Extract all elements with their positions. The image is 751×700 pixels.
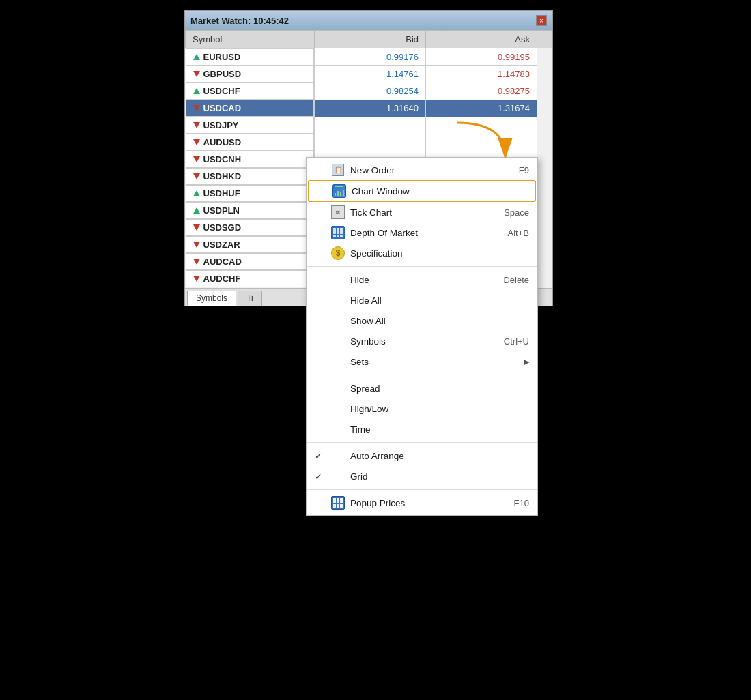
symbol-name: USDCAD (203, 103, 242, 113)
symbol-name: AUDCAD (203, 257, 242, 267)
menu-item-popup-prices[interactable]: Popup Prices F10 (307, 493, 537, 513)
bid-header: Bid (315, 31, 426, 48)
symbol-name: USDPLN (203, 205, 240, 216)
menu-label: Grid (350, 471, 368, 482)
arrow-down-icon (193, 156, 200, 162)
arrow-down-icon (193, 105, 200, 111)
menu-item-hide-all[interactable]: Hide All (307, 290, 537, 310)
symbol-cell[interactable]: EURUSD (186, 48, 315, 65)
symbol-cell[interactable]: USDSGD (186, 219, 315, 236)
symbol-cell[interactable]: USDCHF (186, 83, 315, 100)
symbol-cell[interactable]: USDCNH (186, 151, 315, 168)
arrow-down-icon (193, 173, 200, 179)
empty-icon (331, 449, 345, 463)
arrow-up-icon (193, 54, 200, 60)
shortcut-label: F10 (514, 498, 529, 508)
menu-item-specification[interactable]: $ Specification (307, 243, 537, 263)
scrollbar[interactable] (537, 31, 552, 48)
symbol-name: USDHKD (203, 171, 242, 181)
menu-item-depth-of-market[interactable]: Depth Of Market Alt+B (307, 222, 537, 243)
tab-symbols[interactable]: Symbols (187, 291, 236, 306)
title-bar: Market Watch: 10:45:42 × (185, 11, 552, 30)
ask-header: Ask (426, 31, 537, 48)
tick-chart-icon: ≋ (331, 205, 345, 219)
shortcut-label: Alt+B (508, 228, 529, 238)
symbol-cell[interactable]: USDHKD (186, 168, 315, 185)
arrow-down-icon (193, 139, 200, 145)
close-button[interactable]: × (536, 15, 547, 26)
ask-cell: 1.31674 (426, 100, 537, 117)
menu-separator (307, 375, 537, 375)
symbol-name: USDCNH (203, 154, 242, 164)
arrow-up-icon (193, 88, 200, 94)
menu-item-auto-arrange[interactable]: ✓ Auto Arrange (307, 446, 537, 466)
arrow-up-icon (193, 190, 200, 196)
arrow-down-icon (193, 122, 200, 128)
bid-cell (315, 134, 426, 151)
symbol-name: USDJPY (203, 120, 239, 130)
symbol-cell[interactable]: USDZAR (186, 236, 315, 253)
menu-label: Depth Of Market (350, 228, 418, 238)
symbol-name: USDCHF (203, 86, 240, 96)
checkmark: ✓ (315, 471, 326, 482)
menu-label: Hide (350, 275, 369, 285)
bid-cell: 0.98254 (315, 83, 426, 100)
menu-item-grid[interactable]: ✓ Grid (307, 466, 537, 486)
symbol-cell[interactable]: GBPUSD (186, 65, 315, 83)
symbol-name: EURUSD (203, 52, 241, 62)
shortcut-label: Space (504, 207, 529, 218)
empty-icon (331, 469, 345, 483)
symbol-header: Symbol (186, 31, 315, 48)
menu-label: Sets (350, 357, 369, 367)
menu-label: Popup Prices (350, 498, 405, 508)
menu-label: Time (350, 424, 371, 435)
menu-label: Chart Window (352, 186, 410, 196)
symbol-cell[interactable]: USDPLN (186, 202, 315, 219)
new-order-icon: 📋 (331, 163, 345, 177)
context-menu: 📋 New Order F9 Chart Window ≋ Tick Chart… (306, 157, 538, 516)
dom-icon (331, 226, 345, 239)
menu-item-sets[interactable]: Sets ▶ (307, 351, 537, 372)
arrow-down-icon (193, 242, 200, 248)
ask-cell: 0.99195 (426, 48, 537, 66)
arrow-down-icon (193, 71, 200, 77)
menu-separator (307, 442, 537, 443)
symbol-cell[interactable]: USDHUF (186, 185, 315, 202)
chart-icon (332, 184, 346, 198)
empty-icon (331, 314, 345, 327)
menu-label: Auto Arrange (350, 451, 404, 461)
symbol-cell[interactable]: AUDCHF (186, 270, 315, 287)
menu-label: Show All (350, 316, 386, 326)
menu-item-show-all[interactable]: Show All (307, 310, 537, 331)
menu-label: High/Low (350, 404, 388, 414)
empty-icon (331, 293, 345, 307)
symbol-cell[interactable]: USDCAD (186, 100, 315, 117)
shortcut-label: Delete (503, 275, 529, 285)
submenu-arrow: ▶ (524, 358, 529, 366)
checkmark: ✓ (315, 451, 326, 461)
symbol-cell[interactable]: USDJPY (186, 117, 315, 134)
arrow-up-icon (193, 207, 200, 214)
symbol-name: USDSGD (203, 222, 242, 233)
symbol-cell[interactable]: AUDCAD (186, 253, 315, 270)
empty-icon (331, 355, 345, 368)
arrow-down-icon (193, 224, 200, 231)
menu-item-high-low[interactable]: High/Low (307, 398, 537, 419)
menu-label: Specification (350, 248, 403, 259)
bid-cell: 0.99176 (315, 48, 426, 66)
menu-label: Hide All (350, 295, 382, 306)
tab-ti[interactable]: Ti (238, 291, 262, 306)
annotation-arrow (451, 116, 533, 187)
menu-item-time[interactable]: Time (307, 419, 537, 439)
menu-item-spread[interactable]: Spread (307, 378, 537, 398)
empty-icon (331, 273, 345, 287)
menu-label: Tick Chart (350, 207, 392, 218)
empty-icon (331, 334, 345, 348)
symbol-name: AUDUSD (203, 137, 242, 147)
menu-item-symbols[interactable]: Symbols Ctrl+U (307, 331, 537, 351)
symbol-cell[interactable]: AUDUSD (186, 134, 315, 151)
empty-icon (331, 422, 345, 436)
menu-item-hide[interactable]: Hide Delete (307, 269, 537, 290)
menu-item-tick-chart[interactable]: ≋ Tick Chart Space (307, 202, 537, 222)
menu-separator (307, 266, 537, 267)
